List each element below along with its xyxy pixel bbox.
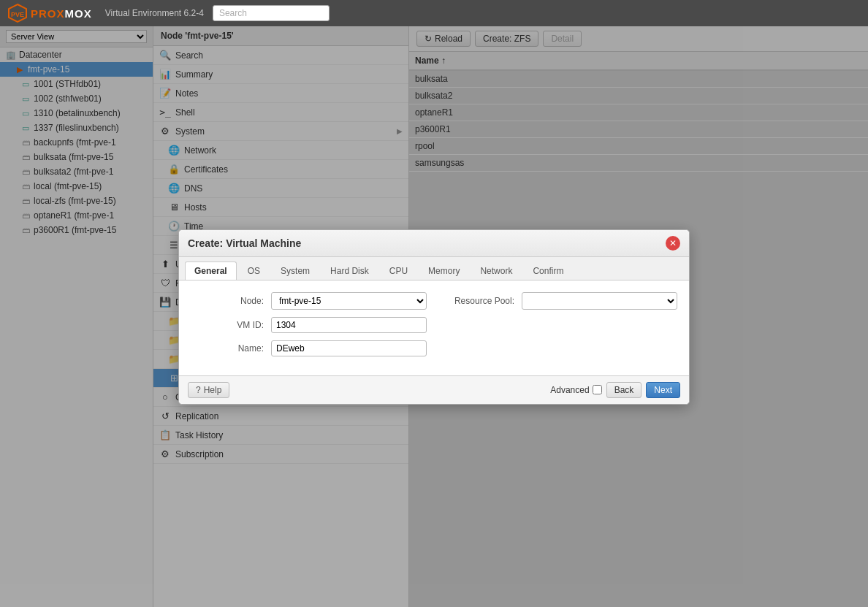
topbar: PVE PROXMOX Virtual Environment 6.2-4 xyxy=(0,0,868,26)
node-select[interactable]: fmt-pve-15 xyxy=(271,292,427,310)
resource-pool-select[interactable] xyxy=(522,292,677,310)
search-input[interactable] xyxy=(213,5,330,21)
resource-pool-label: Resource Pool: xyxy=(441,296,522,306)
dialog-close-button[interactable]: ✕ xyxy=(666,236,680,251)
logo-text: PROXMOX xyxy=(31,7,92,20)
help-icon: ? xyxy=(196,385,201,395)
tab-network[interactable]: Network xyxy=(471,261,522,280)
footer-right: Advanced Back Next xyxy=(550,382,680,398)
vmid-control xyxy=(271,317,427,333)
back-button[interactable]: Back xyxy=(606,382,642,398)
app-version: Virtual Environment 6.2-4 xyxy=(105,8,204,18)
name-label: Name: xyxy=(191,343,271,354)
tab-cpu[interactable]: CPU xyxy=(380,261,417,280)
next-button[interactable]: Next xyxy=(646,382,680,398)
logo: PVE PROXMOX xyxy=(7,3,92,23)
form-row-name: Name: xyxy=(191,340,427,356)
dialog-title: Create: Virtual Machine xyxy=(188,237,301,249)
dialog-tabs: General OS System Hard Disk CPU Memory N… xyxy=(179,257,689,280)
tab-general[interactable]: General xyxy=(185,261,237,280)
create-vm-dialog: Create: Virtual Machine ✕ General OS Sys… xyxy=(178,229,690,405)
tab-hard-disk[interactable]: Hard Disk xyxy=(321,261,378,280)
proxmox-logo-icon: PVE xyxy=(7,3,28,23)
svg-text:PVE: PVE xyxy=(11,11,24,18)
resource-pool-control xyxy=(522,292,677,310)
node-label: Node: xyxy=(191,296,271,306)
node-control: fmt-pve-15 xyxy=(271,292,427,310)
form-row-resource-pool: Resource Pool: xyxy=(441,292,677,310)
help-button[interactable]: ? Help xyxy=(188,382,229,398)
name-input[interactable] xyxy=(271,340,427,356)
tab-os[interactable]: OS xyxy=(238,261,270,280)
form-col-right: Resource Pool: xyxy=(441,292,677,364)
dialog-title-bar: Create: Virtual Machine ✕ xyxy=(179,230,689,257)
footer-left: ? Help xyxy=(188,382,229,398)
advanced-checkbox-group: Advanced xyxy=(550,385,601,395)
dialog-footer: ? Help Advanced Back Next xyxy=(179,375,689,404)
dialog-overlay: Create: Virtual Machine ✕ General OS Sys… xyxy=(0,26,868,607)
tab-confirm[interactable]: Confirm xyxy=(523,261,573,280)
name-control xyxy=(271,340,427,356)
form-col-left: Node: fmt-pve-15 VM ID: xyxy=(191,292,427,364)
form-row-node: Node: fmt-pve-15 xyxy=(191,292,427,310)
form-row-top: Node: fmt-pve-15 VM ID: xyxy=(191,292,677,364)
advanced-checkbox[interactable] xyxy=(593,385,602,394)
advanced-label: Advanced xyxy=(550,385,589,395)
vmid-label: VM ID: xyxy=(191,320,271,330)
form-row-vmid: VM ID: xyxy=(191,317,427,333)
tab-memory[interactable]: Memory xyxy=(419,261,469,280)
vmid-input[interactable] xyxy=(271,317,427,333)
dialog-body: Node: fmt-pve-15 VM ID: xyxy=(179,280,689,375)
tab-system[interactable]: System xyxy=(271,261,319,280)
